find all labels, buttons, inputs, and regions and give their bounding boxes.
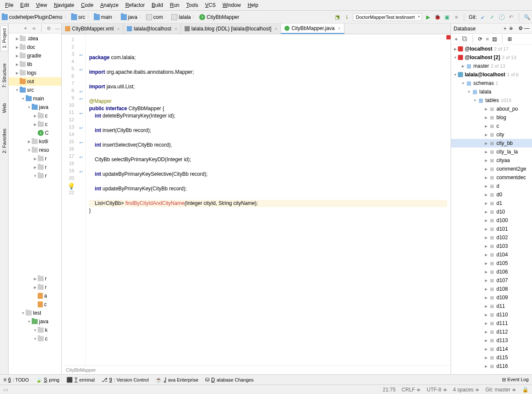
menu-help[interactable]: Help bbox=[244, 1, 262, 9]
breadcrumb-item[interactable]: src bbox=[71, 14, 93, 20]
left-tab[interactable]: 1: Project bbox=[0, 25, 8, 51]
db-table[interactable]: ▶⊞d109 bbox=[451, 293, 532, 302]
db-table[interactable]: ▶⊞cityaa bbox=[451, 156, 532, 165]
db-table[interactable]: ▶⊞d111 bbox=[451, 319, 532, 328]
tree-item[interactable]: ▶c bbox=[9, 120, 61, 129]
db-table[interactable]: ▶⊞city_la_la bbox=[451, 147, 532, 156]
coverage-icon[interactable]: ▣ bbox=[443, 14, 450, 21]
tree-item[interactable]: ▼main bbox=[9, 94, 61, 103]
stop-icon[interactable]: ■ bbox=[453, 14, 460, 21]
db-table[interactable]: ▶⊞d112 bbox=[451, 328, 532, 336]
data2-icon[interactable]: ▤ bbox=[492, 36, 497, 42]
bottom-tab[interactable]: ≡ 6: TODO bbox=[3, 377, 29, 383]
db-node[interactable]: ▼▦schemas1 bbox=[451, 79, 532, 87]
db-table[interactable]: ▶⊞c bbox=[451, 122, 532, 130]
db-table[interactable]: ▶⊞d10 bbox=[451, 208, 532, 216]
debug-icon[interactable]: 🐞 bbox=[434, 14, 441, 21]
tree-item[interactable]: ▶r bbox=[9, 163, 61, 171]
menu-tools[interactable]: Tools bbox=[183, 1, 202, 9]
bottom-tab[interactable]: ⬛ Terminal bbox=[66, 377, 95, 383]
close-tab-icon[interactable]: × bbox=[117, 27, 120, 31]
code-area[interactable]: package com.lalala;import org.apache.iba… bbox=[86, 34, 451, 365]
search-icon[interactable]: 🔍 bbox=[523, 14, 530, 21]
event-log-tab[interactable]: ⊟ Event Log bbox=[502, 377, 529, 382]
db-hide-icon[interactable]: — bbox=[524, 25, 529, 31]
update-icon[interactable]: ↙ bbox=[479, 14, 486, 21]
left-tab[interactable]: Web bbox=[0, 100, 8, 116]
close-tab-icon[interactable]: × bbox=[338, 26, 341, 31]
tree-item[interactable]: ▼k bbox=[9, 326, 61, 334]
db-table[interactable]: ▶⊞d114 bbox=[451, 345, 532, 353]
database-tree[interactable]: ▶@localhost2 of 17▼@localhost [2]2 of 13… bbox=[451, 45, 532, 374]
breadcrumb-item[interactable]: com bbox=[146, 14, 171, 20]
breadcrumb-item[interactable]: main bbox=[94, 14, 120, 20]
db-table[interactable]: ▶⊞d0 bbox=[451, 190, 532, 199]
tree-item[interactable]: ▶kotli bbox=[9, 137, 61, 146]
db-node[interactable]: ▼▦tables1019 bbox=[451, 96, 532, 105]
line-separator[interactable]: CRLF ≑ bbox=[402, 387, 421, 393]
datasource[interactable]: ▼lalala@localhost1 of 6 bbox=[451, 70, 532, 79]
breadcrumb[interactable]: codehelperPluginDemosrcmainjavacomlalala… bbox=[2, 14, 334, 20]
menu-view[interactable]: View bbox=[33, 1, 51, 9]
lock-icon[interactable]: 🔒 bbox=[522, 387, 529, 393]
db-table[interactable]: ▶⊞commentdec bbox=[451, 173, 532, 182]
tree-item[interactable]: out bbox=[9, 77, 61, 86]
db-table[interactable]: ▶⊞d103 bbox=[451, 242, 532, 250]
tree-item[interactable]: ▶r bbox=[9, 154, 61, 163]
editor-body[interactable]: 123↩45↩678↩9↩1011↩1213↩1415↩1617↩1819↩20… bbox=[62, 34, 451, 365]
tree-item[interactable]: ▶r bbox=[9, 283, 61, 292]
bottom-tab[interactable]: 🍃 Spring bbox=[36, 377, 59, 383]
collapse-icon[interactable]: ≑ bbox=[31, 25, 37, 31]
editor-tab[interactable]: CityBbMapper.java× bbox=[281, 24, 344, 34]
db-table[interactable]: ▶⊞d108 bbox=[451, 285, 532, 293]
tree-item[interactable]: ▶r bbox=[9, 274, 61, 283]
datasource[interactable]: ▼@localhost [2]2 of 13 bbox=[451, 53, 532, 62]
revert-icon[interactable]: ↶ bbox=[508, 14, 514, 21]
tree-item[interactable]: ▼r bbox=[9, 171, 61, 180]
left-tab[interactable]: 7: Structure bbox=[0, 60, 8, 91]
db-table[interactable]: ▶⊞city_bb bbox=[451, 139, 532, 147]
db-table[interactable]: ▶⊞d115 bbox=[451, 353, 532, 362]
close-tab-icon[interactable]: × bbox=[275, 27, 278, 31]
hammer2-icon[interactable]: ⤹ bbox=[344, 14, 350, 21]
db-table[interactable]: ▶⊞d104 bbox=[451, 250, 532, 259]
bottom-tab[interactable]: ⎇ 9: Version Control bbox=[102, 377, 149, 383]
tree-item[interactable]: ▶c bbox=[9, 111, 61, 120]
gutter[interactable]: 123↩45↩678↩9↩1011↩1213↩1415↩1617↩1819↩20… bbox=[62, 34, 86, 365]
tree-item[interactable]: ▶.idea bbox=[9, 34, 61, 43]
add-datasource-icon[interactable]: ＋ bbox=[502, 25, 508, 31]
file-encoding[interactable]: UTF-8 ≑ bbox=[427, 387, 447, 393]
menu-build[interactable]: Build bbox=[148, 1, 167, 9]
db-node[interactable]: ▶▦master2 of 13 bbox=[451, 62, 532, 70]
db-table[interactable]: ▶⊞d bbox=[451, 182, 532, 190]
tree-item[interactable]: ▼c bbox=[9, 334, 61, 343]
run-config-selector[interactable]: DoctorMapperTest.testinsert bbox=[353, 13, 422, 21]
db-table[interactable]: ▶⊞d101 bbox=[451, 225, 532, 233]
duplicate-icon[interactable]: ⿻ bbox=[462, 36, 467, 42]
error-stripe[interactable] bbox=[446, 35, 451, 39]
db-table[interactable]: ▶⊞d105 bbox=[451, 259, 532, 268]
db-gear-icon[interactable]: ⚙ bbox=[518, 25, 523, 31]
db-node[interactable]: ▼▦lalala bbox=[451, 87, 532, 96]
breadcrumb-item[interactable]: java bbox=[121, 14, 145, 20]
datasource[interactable]: ▶@localhost2 of 17 bbox=[451, 45, 532, 53]
db-table[interactable]: ▶⊞blog bbox=[451, 113, 532, 122]
indent[interactable]: 4 spaces ≑ bbox=[453, 387, 479, 393]
tree-item[interactable]: ▶logs bbox=[9, 69, 61, 77]
editor-tab[interactable]: lalala@localhost× bbox=[123, 24, 181, 34]
tree-item[interactable]: c bbox=[9, 300, 61, 309]
tree-item[interactable]: ▼reso bbox=[9, 146, 61, 154]
project-tree[interactable]: ▶.idea▶doc▶gradle▶lib▶logsout▼src▼main▼j… bbox=[9, 33, 61, 374]
db-table[interactable]: ▶⊞d107 bbox=[451, 276, 532, 285]
tree-item[interactable]: a bbox=[9, 292, 61, 300]
db-table[interactable]: ▶⊞d116 bbox=[451, 362, 532, 370]
editor-tab[interactable]: lalala.blog (DDL) [lalala@localhost]× bbox=[181, 24, 281, 34]
tree-item[interactable]: ▶gradle bbox=[9, 51, 61, 60]
commit-icon[interactable]: ✓ bbox=[489, 14, 496, 21]
git-branch[interactable]: Git: master ≑ bbox=[485, 387, 516, 393]
filter-icon[interactable]: ≑ bbox=[509, 25, 513, 31]
editor-tab[interactable]: CityBbMapper.xml× bbox=[62, 24, 123, 34]
editor-breadcrumb[interactable]: CityBbMapper bbox=[62, 365, 451, 374]
tree-item[interactable]: ▼src bbox=[9, 86, 61, 94]
hammer-icon[interactable]: ⬔ bbox=[334, 14, 341, 21]
